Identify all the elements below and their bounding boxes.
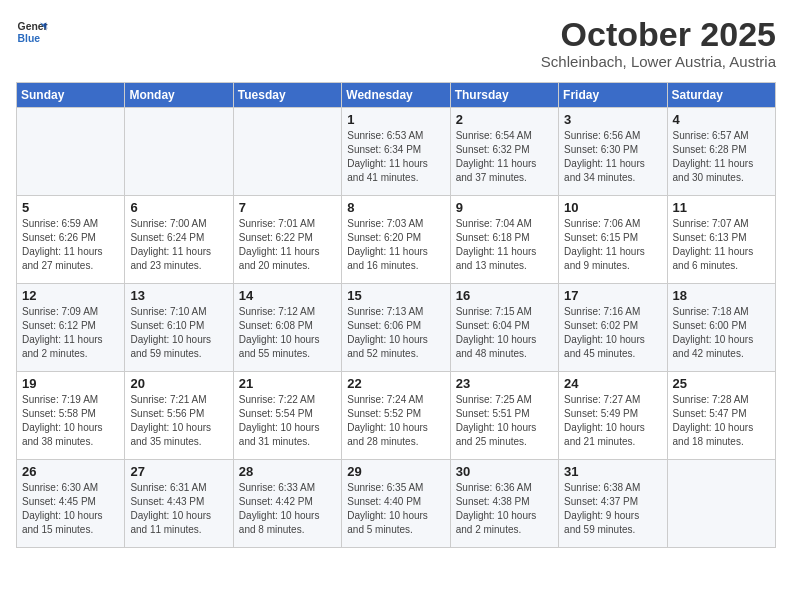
- day-number: 1: [347, 112, 444, 127]
- day-details: Sunrise: 7:25 AM Sunset: 5:51 PM Dayligh…: [456, 393, 553, 449]
- weekday-header-row: SundayMondayTuesdayWednesdayThursdayFrid…: [17, 83, 776, 108]
- weekday-header-thursday: Thursday: [450, 83, 558, 108]
- month-title: October 2025: [541, 16, 776, 53]
- day-number: 31: [564, 464, 661, 479]
- day-number: 6: [130, 200, 227, 215]
- day-details: Sunrise: 6:54 AM Sunset: 6:32 PM Dayligh…: [456, 129, 553, 185]
- day-details: Sunrise: 6:56 AM Sunset: 6:30 PM Dayligh…: [564, 129, 661, 185]
- calendar-cell: 21Sunrise: 7:22 AM Sunset: 5:54 PM Dayli…: [233, 372, 341, 460]
- day-details: Sunrise: 6:33 AM Sunset: 4:42 PM Dayligh…: [239, 481, 336, 537]
- weekday-header-saturday: Saturday: [667, 83, 775, 108]
- day-number: 17: [564, 288, 661, 303]
- calendar-cell: 14Sunrise: 7:12 AM Sunset: 6:08 PM Dayli…: [233, 284, 341, 372]
- calendar-cell: [233, 108, 341, 196]
- day-number: 11: [673, 200, 770, 215]
- weekday-header-sunday: Sunday: [17, 83, 125, 108]
- page-header: General Blue October 2025 Schleinbach, L…: [16, 16, 776, 70]
- calendar-cell: 25Sunrise: 7:28 AM Sunset: 5:47 PM Dayli…: [667, 372, 775, 460]
- calendar-cell: 6Sunrise: 7:00 AM Sunset: 6:24 PM Daylig…: [125, 196, 233, 284]
- location: Schleinbach, Lower Austria, Austria: [541, 53, 776, 70]
- calendar-cell: 24Sunrise: 7:27 AM Sunset: 5:49 PM Dayli…: [559, 372, 667, 460]
- day-details: Sunrise: 7:06 AM Sunset: 6:15 PM Dayligh…: [564, 217, 661, 273]
- svg-text:Blue: Blue: [18, 33, 41, 44]
- calendar-week-row: 1Sunrise: 6:53 AM Sunset: 6:34 PM Daylig…: [17, 108, 776, 196]
- day-number: 16: [456, 288, 553, 303]
- calendar-cell: 16Sunrise: 7:15 AM Sunset: 6:04 PM Dayli…: [450, 284, 558, 372]
- day-number: 19: [22, 376, 119, 391]
- calendar-cell: 20Sunrise: 7:21 AM Sunset: 5:56 PM Dayli…: [125, 372, 233, 460]
- day-number: 23: [456, 376, 553, 391]
- calendar-cell: 23Sunrise: 7:25 AM Sunset: 5:51 PM Dayli…: [450, 372, 558, 460]
- day-details: Sunrise: 7:09 AM Sunset: 6:12 PM Dayligh…: [22, 305, 119, 361]
- calendar-cell: [17, 108, 125, 196]
- day-number: 30: [456, 464, 553, 479]
- calendar-week-row: 5Sunrise: 6:59 AM Sunset: 6:26 PM Daylig…: [17, 196, 776, 284]
- day-details: Sunrise: 7:19 AM Sunset: 5:58 PM Dayligh…: [22, 393, 119, 449]
- day-details: Sunrise: 6:31 AM Sunset: 4:43 PM Dayligh…: [130, 481, 227, 537]
- day-number: 14: [239, 288, 336, 303]
- day-details: Sunrise: 6:59 AM Sunset: 6:26 PM Dayligh…: [22, 217, 119, 273]
- day-details: Sunrise: 7:04 AM Sunset: 6:18 PM Dayligh…: [456, 217, 553, 273]
- day-number: 24: [564, 376, 661, 391]
- weekday-header-wednesday: Wednesday: [342, 83, 450, 108]
- day-number: 13: [130, 288, 227, 303]
- day-number: 26: [22, 464, 119, 479]
- day-number: 8: [347, 200, 444, 215]
- day-details: Sunrise: 7:18 AM Sunset: 6:00 PM Dayligh…: [673, 305, 770, 361]
- day-number: 12: [22, 288, 119, 303]
- calendar-cell: 11Sunrise: 7:07 AM Sunset: 6:13 PM Dayli…: [667, 196, 775, 284]
- day-details: Sunrise: 7:22 AM Sunset: 5:54 PM Dayligh…: [239, 393, 336, 449]
- day-details: Sunrise: 7:12 AM Sunset: 6:08 PM Dayligh…: [239, 305, 336, 361]
- calendar-cell: 3Sunrise: 6:56 AM Sunset: 6:30 PM Daylig…: [559, 108, 667, 196]
- day-number: 10: [564, 200, 661, 215]
- day-details: Sunrise: 7:03 AM Sunset: 6:20 PM Dayligh…: [347, 217, 444, 273]
- day-number: 15: [347, 288, 444, 303]
- weekday-header-monday: Monday: [125, 83, 233, 108]
- calendar-week-row: 19Sunrise: 7:19 AM Sunset: 5:58 PM Dayli…: [17, 372, 776, 460]
- day-details: Sunrise: 7:16 AM Sunset: 6:02 PM Dayligh…: [564, 305, 661, 361]
- day-details: Sunrise: 7:10 AM Sunset: 6:10 PM Dayligh…: [130, 305, 227, 361]
- day-number: 7: [239, 200, 336, 215]
- day-details: Sunrise: 7:27 AM Sunset: 5:49 PM Dayligh…: [564, 393, 661, 449]
- calendar-cell: [125, 108, 233, 196]
- day-number: 29: [347, 464, 444, 479]
- calendar-cell: 2Sunrise: 6:54 AM Sunset: 6:32 PM Daylig…: [450, 108, 558, 196]
- day-number: 9: [456, 200, 553, 215]
- day-number: 22: [347, 376, 444, 391]
- calendar-table: SundayMondayTuesdayWednesdayThursdayFrid…: [16, 82, 776, 548]
- day-details: Sunrise: 6:30 AM Sunset: 4:45 PM Dayligh…: [22, 481, 119, 537]
- calendar-cell: 7Sunrise: 7:01 AM Sunset: 6:22 PM Daylig…: [233, 196, 341, 284]
- day-details: Sunrise: 6:38 AM Sunset: 4:37 PM Dayligh…: [564, 481, 661, 537]
- calendar-cell: 4Sunrise: 6:57 AM Sunset: 6:28 PM Daylig…: [667, 108, 775, 196]
- calendar-week-row: 26Sunrise: 6:30 AM Sunset: 4:45 PM Dayli…: [17, 460, 776, 548]
- day-details: Sunrise: 7:28 AM Sunset: 5:47 PM Dayligh…: [673, 393, 770, 449]
- calendar-cell: 28Sunrise: 6:33 AM Sunset: 4:42 PM Dayli…: [233, 460, 341, 548]
- day-details: Sunrise: 7:00 AM Sunset: 6:24 PM Dayligh…: [130, 217, 227, 273]
- day-details: Sunrise: 7:21 AM Sunset: 5:56 PM Dayligh…: [130, 393, 227, 449]
- calendar-cell: [667, 460, 775, 548]
- calendar-cell: 18Sunrise: 7:18 AM Sunset: 6:00 PM Dayli…: [667, 284, 775, 372]
- day-details: Sunrise: 6:57 AM Sunset: 6:28 PM Dayligh…: [673, 129, 770, 185]
- weekday-header-tuesday: Tuesday: [233, 83, 341, 108]
- day-details: Sunrise: 7:07 AM Sunset: 6:13 PM Dayligh…: [673, 217, 770, 273]
- calendar-cell: 1Sunrise: 6:53 AM Sunset: 6:34 PM Daylig…: [342, 108, 450, 196]
- calendar-cell: 10Sunrise: 7:06 AM Sunset: 6:15 PM Dayli…: [559, 196, 667, 284]
- day-details: Sunrise: 6:35 AM Sunset: 4:40 PM Dayligh…: [347, 481, 444, 537]
- calendar-cell: 31Sunrise: 6:38 AM Sunset: 4:37 PM Dayli…: [559, 460, 667, 548]
- day-details: Sunrise: 7:01 AM Sunset: 6:22 PM Dayligh…: [239, 217, 336, 273]
- logo: General Blue: [16, 16, 48, 48]
- calendar-cell: 27Sunrise: 6:31 AM Sunset: 4:43 PM Dayli…: [125, 460, 233, 548]
- calendar-cell: 30Sunrise: 6:36 AM Sunset: 4:38 PM Dayli…: [450, 460, 558, 548]
- day-number: 3: [564, 112, 661, 127]
- weekday-header-friday: Friday: [559, 83, 667, 108]
- day-number: 27: [130, 464, 227, 479]
- day-number: 21: [239, 376, 336, 391]
- day-number: 18: [673, 288, 770, 303]
- day-number: 2: [456, 112, 553, 127]
- calendar-cell: 29Sunrise: 6:35 AM Sunset: 4:40 PM Dayli…: [342, 460, 450, 548]
- day-details: Sunrise: 6:36 AM Sunset: 4:38 PM Dayligh…: [456, 481, 553, 537]
- calendar-cell: 19Sunrise: 7:19 AM Sunset: 5:58 PM Dayli…: [17, 372, 125, 460]
- day-number: 25: [673, 376, 770, 391]
- day-number: 20: [130, 376, 227, 391]
- calendar-cell: 12Sunrise: 7:09 AM Sunset: 6:12 PM Dayli…: [17, 284, 125, 372]
